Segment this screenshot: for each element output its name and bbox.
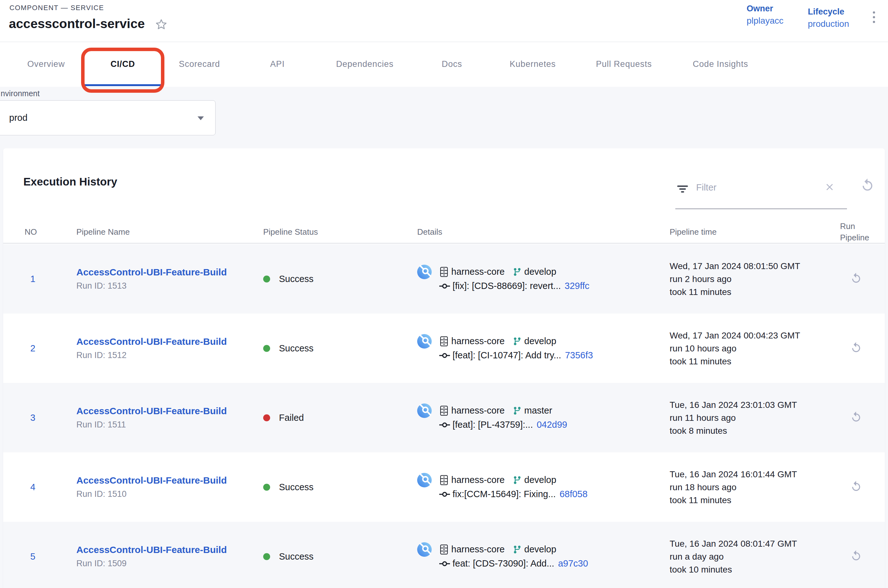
tab-api[interactable]: API [270, 59, 285, 69]
commit-icon [439, 282, 450, 290]
commit-hash-link[interactable]: a97c30 [558, 558, 588, 569]
row-number: 1 [25, 274, 41, 284]
status-text: Success [279, 551, 314, 562]
branch-name: develop [524, 475, 556, 485]
commit-message: feat: [CDS-73090]: Add... [452, 558, 554, 569]
commit-icon [439, 352, 450, 359]
row-number: 3 [25, 412, 41, 423]
owner-link[interactable]: plplayacc [747, 16, 784, 26]
branch-icon [513, 476, 521, 484]
row-number: 2 [25, 343, 41, 354]
repo-icon [439, 544, 449, 555]
row-number: 5 [25, 551, 41, 562]
table-row: 4 AccessControl-UBI-Feature-Build Run ID… [3, 452, 885, 522]
commit-hash-link[interactable]: 329ffc [565, 281, 589, 291]
pipeline-name-link[interactable]: AccessControl-UBI-Feature-Build [77, 544, 227, 555]
execution-history-card: Execution History NO Pipeline Name Pipel… [3, 148, 885, 588]
status-text: Success [279, 482, 314, 492]
more-options-kebab-icon[interactable] [871, 10, 876, 24]
repo-name: harness-core [451, 475, 505, 485]
environment-label: nvironment [1, 89, 40, 98]
pipeline-name-link[interactable]: AccessControl-UBI-Feature-Build [77, 267, 227, 278]
pipeline-name-link[interactable]: AccessControl-UBI-Feature-Build [77, 406, 227, 416]
lifecycle-label: Lifecycle [808, 7, 849, 17]
filter-icon [676, 183, 689, 197]
tab-cicd[interactable]: CI/CD [110, 59, 135, 69]
table-row: 5 AccessControl-UBI-Feature-Build Run ID… [3, 522, 885, 588]
status-dot [263, 414, 270, 421]
page-title: accesscontrol-service [9, 16, 145, 31]
harness-pipeline-icon [417, 404, 432, 418]
commit-hash-link[interactable]: 68f058 [559, 489, 587, 500]
table-body: 1 AccessControl-UBI-Feature-Build Run ID… [3, 244, 885, 588]
repo-icon [439, 267, 449, 277]
pipeline-name-link[interactable]: AccessControl-UBI-Feature-Build [77, 475, 227, 486]
lifecycle-link[interactable]: production [808, 19, 849, 29]
environment-select[interactable]: prod [0, 100, 216, 135]
entity-kind-label: COMPONENT — SERVICE [9, 4, 104, 12]
harness-pipeline-icon [417, 542, 432, 557]
page-header: COMPONENT — SERVICE accesscontrol-servic… [0, 0, 888, 42]
panel-title: Execution History [23, 176, 117, 188]
filter-input[interactable] [696, 180, 816, 195]
branch-icon [513, 267, 521, 276]
run-id: Run ID: 1511 [77, 420, 227, 430]
pipeline-time: Wed, 17 Jan 2024 00:04:23 GMT run 10 hou… [670, 329, 800, 368]
commit-icon [439, 490, 450, 498]
tab-docs[interactable]: Docs [442, 59, 462, 69]
rerun-pipeline-icon[interactable] [850, 411, 862, 424]
col-header-details: Details [417, 227, 442, 237]
status-text: Failed [279, 412, 304, 423]
commit-message: [feat]: [PL-43759]:... [452, 420, 533, 430]
environment-value: prod [9, 112, 27, 123]
status-dot [263, 345, 270, 352]
rerun-pipeline-icon[interactable] [850, 342, 862, 355]
tab-bar: Overview CI/CD Scorecard API Dependencie… [0, 42, 888, 87]
status-text: Success [279, 274, 314, 284]
table-row: 1 AccessControl-UBI-Feature-Build Run ID… [3, 244, 885, 314]
tab-kubernetes[interactable]: Kubernetes [509, 59, 556, 69]
row-number: 4 [25, 482, 41, 492]
status-dot [263, 484, 270, 490]
tab-dependencies[interactable]: Dependencies [336, 59, 394, 69]
harness-pipeline-icon [417, 334, 432, 349]
refresh-icon[interactable] [860, 178, 875, 194]
branch-name: develop [524, 544, 556, 555]
col-header-name: Pipeline Name [77, 227, 130, 237]
clear-filter-icon[interactable] [824, 182, 835, 194]
harness-pipeline-icon [417, 473, 432, 488]
tab-scorecard[interactable]: Scorecard [179, 59, 220, 69]
tab-pull-requests[interactable]: Pull Requests [596, 59, 652, 69]
rerun-pipeline-icon[interactable] [850, 272, 862, 285]
repo-icon [439, 336, 449, 346]
branch-icon [513, 545, 521, 554]
col-header-run: Run Pipeline [840, 220, 884, 243]
status-text: Success [279, 343, 314, 354]
tab-overview[interactable]: Overview [27, 59, 65, 69]
branch-icon [513, 406, 521, 415]
rerun-pipeline-icon[interactable] [850, 480, 862, 494]
pipeline-time: Tue, 16 Jan 2024 08:01:47 GMT run a day … [670, 537, 797, 576]
repo-icon [439, 405, 449, 416]
dropdown-caret-icon [198, 116, 204, 120]
col-header-status: Pipeline Status [263, 227, 318, 237]
repo-name: harness-core [451, 544, 505, 555]
col-header-time: Pipeline time [670, 227, 717, 237]
active-tab-underline [84, 84, 162, 86]
run-id: Run ID: 1513 [77, 281, 227, 291]
pipeline-name-link[interactable]: AccessControl-UBI-Feature-Build [77, 336, 227, 347]
table-header-row: NO Pipeline Name Pipeline Status Details… [3, 221, 885, 243]
favorite-star-icon[interactable] [154, 18, 168, 32]
rerun-pipeline-icon[interactable] [850, 550, 862, 563]
commit-hash-link[interactable]: 7356f3 [565, 350, 593, 360]
commit-message: [feat]: [CI-10747]: Add try... [452, 350, 561, 360]
commit-message: [fix]: [CDS-88669]: revert... [452, 281, 561, 291]
commit-hash-link[interactable]: 042d99 [537, 420, 567, 430]
filter-underline [675, 208, 847, 209]
repo-name: harness-core [451, 336, 505, 346]
branch-name: master [524, 405, 552, 416]
tab-code-insights[interactable]: Code Insights [693, 59, 748, 69]
table-row: 2 AccessControl-UBI-Feature-Build Run ID… [3, 314, 885, 383]
branch-icon [513, 337, 521, 346]
lifecycle-meta: Lifecycle production [808, 7, 849, 29]
